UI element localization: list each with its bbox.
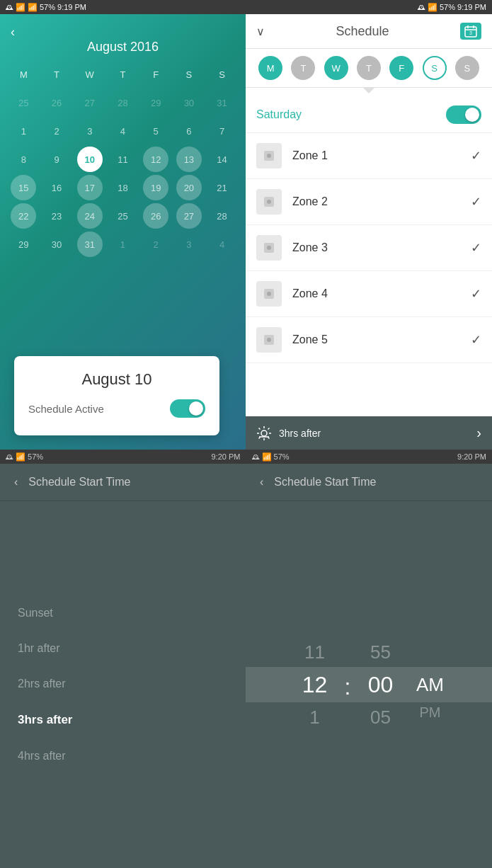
cal-day-12[interactable]: 12 <box>143 147 168 172</box>
cal-day-8[interactable]: 8 <box>11 147 36 172</box>
cal-day-31prev[interactable]: 31 <box>210 90 235 115</box>
hour-above: 11 <box>304 637 325 668</box>
cal-day-22[interactable]: 22 <box>11 203 36 229</box>
ampm-below: PM <box>419 700 440 725</box>
zone-1-check: ✓ <box>471 148 481 164</box>
cal-day-29[interactable]: 29 <box>143 90 168 115</box>
day-btn-S2[interactable]: S <box>455 56 479 80</box>
svg-line-22 <box>268 428 270 429</box>
svg-point-8 <box>267 200 271 204</box>
schedule-title: Schedule <box>336 24 389 39</box>
back-btn-left[interactable]: ‹ <box>11 472 21 492</box>
divider-left: 🕰 📶 57% 9:20 PM <box>0 450 246 464</box>
cal-day-16[interactable]: 16 <box>44 175 69 200</box>
zone-item-2[interactable]: Zone 2 ✓ <box>246 179 492 225</box>
cal-day-28b[interactable]: 28 <box>210 203 235 229</box>
saturday-toggle[interactable] <box>446 105 481 124</box>
cal-day-25b[interactable]: 25 <box>110 203 135 229</box>
saturday-row: Saturday <box>246 97 492 133</box>
time-colon: : <box>343 674 353 700</box>
cal-header-F: F <box>143 62 168 87</box>
time-option-3hr[interactable]: 3hrs after <box>0 702 246 738</box>
zone-2-icon <box>256 189 282 215</box>
battery-right: 57% <box>440 3 455 11</box>
cal-header-S2: S <box>210 62 235 87</box>
schedule-chevron[interactable]: ∨ <box>256 25 265 38</box>
cal-day-29b[interactable]: 29 <box>11 232 36 257</box>
cal-day-3next[interactable]: 3 <box>176 232 202 257</box>
ampm-above <box>428 645 433 670</box>
cal-day-7[interactable]: 7 <box>210 118 235 144</box>
date-card: August 10 Schedule Active <box>14 356 219 435</box>
cal-day-26b[interactable]: 26 <box>143 203 168 229</box>
cal-day-31[interactable]: 31 <box>77 232 103 257</box>
cal-week-0: 25 26 27 28 29 30 31 <box>7 90 239 115</box>
back-btn-right[interactable]: ‹ <box>256 472 267 492</box>
cal-day-9[interactable]: 9 <box>44 147 69 172</box>
cal-day-3[interactable]: 3 <box>77 118 103 144</box>
cal-day-5[interactable]: 5 <box>143 118 168 144</box>
cal-day-28[interactable]: 28 <box>110 90 135 115</box>
cal-day-4[interactable]: 4 <box>110 118 135 144</box>
time-picker-numbers: 11 12 1 : 55 00 05 AM PM <box>246 637 492 733</box>
day-btn-T2[interactable]: T <box>357 56 381 80</box>
cal-day-13[interactable]: 13 <box>176 147 202 172</box>
cal-day-30[interactable]: 30 <box>176 90 202 115</box>
cal-day-27[interactable]: 27 <box>77 90 103 115</box>
cal-day-14[interactable]: 14 <box>210 147 235 172</box>
svg-point-15 <box>261 430 267 436</box>
cal-day-19[interactable]: 19 <box>143 175 168 200</box>
cal-day-6[interactable]: 6 <box>176 118 202 144</box>
cal-day-25[interactable]: 25 <box>11 90 36 115</box>
day-btn-F[interactable]: F <box>389 56 413 80</box>
zone-item-1[interactable]: Zone 1 ✓ <box>246 133 492 179</box>
day-btn-W[interactable]: W <box>324 56 348 80</box>
cal-day-18[interactable]: 18 <box>110 175 135 200</box>
cal-day-1next[interactable]: 1 <box>110 232 135 257</box>
svg-point-10 <box>267 246 271 250</box>
zone-item-5[interactable]: Zone 5 ✓ <box>246 317 492 363</box>
cal-header-W: W <box>77 62 103 87</box>
day-btn-T[interactable]: T <box>291 56 315 80</box>
next-button[interactable]: › <box>476 425 481 441</box>
cal-day-11[interactable]: 11 <box>110 147 135 172</box>
time-option-1hr[interactable]: 1hr after <box>0 631 246 666</box>
zone-list: Zone 1 ✓ Zone 2 ✓ <box>246 133 492 416</box>
cal-day-2[interactable]: 2 <box>44 118 69 144</box>
schedule-start-header-right: ‹ Schedule Start Time <box>246 464 492 501</box>
day-btn-M[interactable]: M <box>258 56 282 80</box>
cal-day-2next[interactable]: 2 <box>143 232 168 257</box>
zone-item-4[interactable]: Zone 4 ✓ <box>246 271 492 317</box>
cal-day-1[interactable]: 1 <box>11 118 36 144</box>
cal-day-10[interactable]: 10 <box>77 147 103 172</box>
time-option-4hr[interactable]: 4hrs after <box>0 738 246 774</box>
cal-day-30b[interactable]: 30 <box>44 232 69 257</box>
time-option-sunset[interactable]: Sunset <box>0 595 246 631</box>
cal-day-21[interactable]: 21 <box>210 175 235 200</box>
schedule-bottom-bar: 3hrs after › <box>246 416 492 450</box>
zone-3-check: ✓ <box>471 240 481 256</box>
back-button[interactable]: ‹ <box>7 21 18 43</box>
date-card-row: Schedule Active <box>28 399 205 418</box>
calendar-icon-button[interactable]: 3 <box>460 23 481 40</box>
cal-week-1: 1 2 3 4 5 6 7 <box>7 118 239 144</box>
day-btn-S[interactable]: S <box>423 56 447 80</box>
schedule-active-toggle[interactable] <box>170 399 205 418</box>
saturday-label: Saturday <box>256 108 302 121</box>
svg-point-12 <box>267 292 271 296</box>
cal-day-15[interactable]: 15 <box>11 175 36 200</box>
cal-day-20[interactable]: 20 <box>176 175 202 200</box>
svg-line-20 <box>259 428 261 429</box>
cal-day-27b[interactable]: 27 <box>176 203 202 229</box>
time-option-2hr[interactable]: 2hrs after <box>0 666 246 702</box>
cal-day-17[interactable]: 17 <box>77 175 103 200</box>
schedule-header: ∨ Schedule 3 <box>246 14 492 49</box>
cal-day-26[interactable]: 26 <box>44 90 69 115</box>
schedule-start-header-left: ‹ Schedule Start Time <box>0 464 246 501</box>
cal-day-24[interactable]: 24 <box>77 203 103 229</box>
status-bar-top: 🕰 📶 📶 57% 9:19 PM 🕰 📶 57% 9:19 PM <box>0 0 492 14</box>
cal-day-4next[interactable]: 4 <box>210 232 235 257</box>
zone-3-icon <box>256 235 282 261</box>
zone-item-3[interactable]: Zone 3 ✓ <box>246 225 492 271</box>
cal-day-23[interactable]: 23 <box>44 203 69 229</box>
